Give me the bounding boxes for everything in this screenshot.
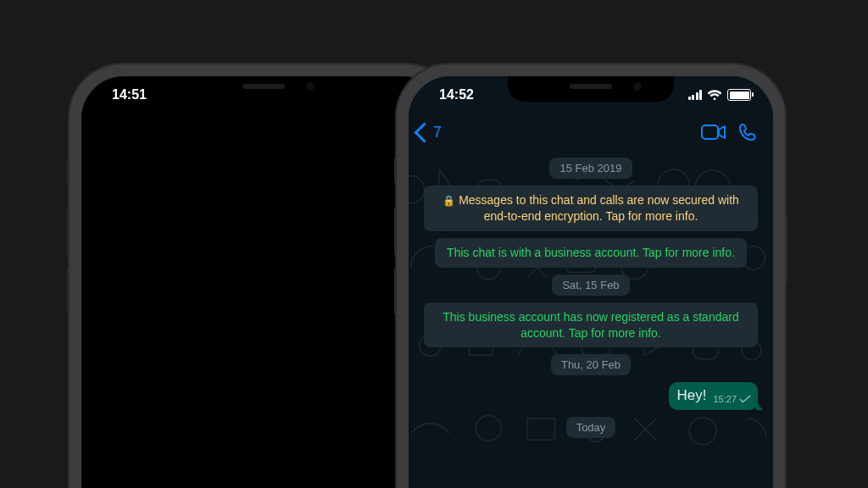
- phone-right: 14:52 7: [397, 64, 785, 488]
- phone-icon: [737, 122, 758, 142]
- message-text: Hey!: [677, 387, 707, 404]
- encryption-notice-text: Messages to this chat and calls are now …: [459, 193, 739, 223]
- lock-icon: 🔒: [442, 194, 455, 208]
- date-divider: 15 Feb 2019: [549, 158, 632, 179]
- wifi-icon: [707, 90, 722, 101]
- cellular-signal-icon: [688, 90, 703, 100]
- business-standard-notice-text: This business account has now registered…: [442, 310, 738, 340]
- voice-call-button[interactable]: [731, 115, 765, 149]
- date-divider: Today: [566, 417, 616, 438]
- chat-body[interactable]: 15 Feb 2019 🔒Messages to this chat and c…: [409, 151, 773, 488]
- message-time: 15:27: [713, 394, 737, 404]
- notch: [508, 76, 674, 102]
- outgoing-message[interactable]: Hey! 15:27: [669, 382, 759, 409]
- status-time: 14:51: [100, 87, 147, 103]
- encryption-notice[interactable]: 🔒Messages to this chat and calls are now…: [424, 186, 758, 231]
- back-button[interactable]: 7: [417, 124, 442, 141]
- date-divider: Sat, 15 Feb: [552, 274, 629, 296]
- video-camera-icon: [701, 124, 726, 141]
- chevron-left-icon: [414, 122, 434, 142]
- screen: 14:51: [81, 76, 446, 488]
- business-account-notice[interactable]: This chat is with a business account. Ta…: [435, 238, 747, 268]
- svg-rect-1: [702, 125, 718, 139]
- date-divider: Thu, 20 Feb: [551, 354, 631, 375]
- single-check-icon: [739, 395, 751, 403]
- screen: 14:52 7: [409, 76, 773, 488]
- notch: [181, 76, 347, 102]
- battery-icon: [727, 89, 751, 101]
- business-account-notice-text: This chat is with a business account. Ta…: [447, 246, 735, 259]
- video-call-button[interactable]: [697, 115, 731, 149]
- business-standard-notice[interactable]: This business account has now registered…: [424, 302, 758, 348]
